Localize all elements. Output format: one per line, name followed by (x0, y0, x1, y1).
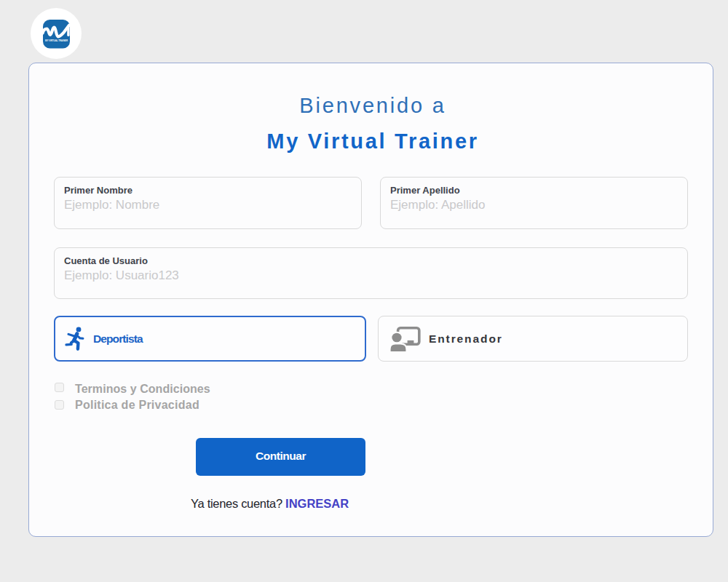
svg-text:MY VIRTUAL TRAINER: MY VIRTUAL TRAINER (45, 39, 68, 42)
